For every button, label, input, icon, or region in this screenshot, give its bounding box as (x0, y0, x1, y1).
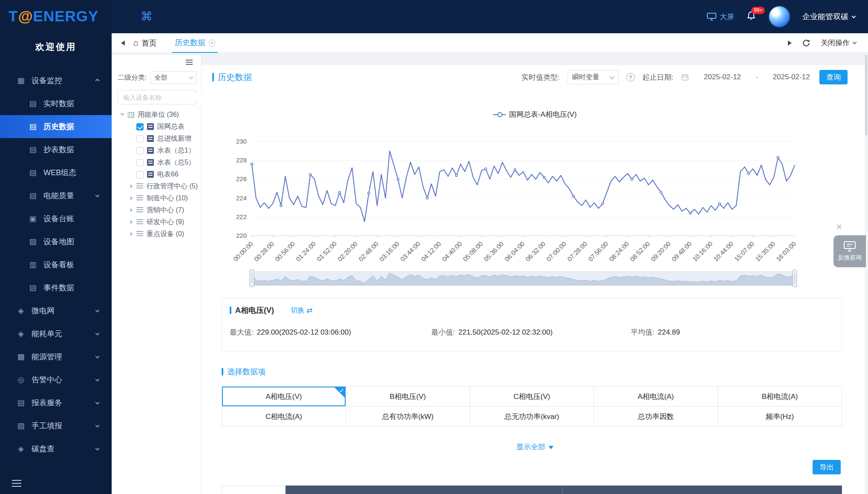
sidebar-item-label: 碳盘查 (32, 444, 55, 454)
data-item-button[interactable]: 总有功功率(kW) (346, 407, 470, 427)
svg-text:00:00:00: 00:00:00 (232, 240, 254, 263)
min-stat: 最小值:221.50(2025-02-12 02:32:00) (431, 327, 553, 337)
feedback-close-icon[interactable] (836, 221, 842, 233)
expand-arrow-icon[interactable] (130, 208, 133, 212)
avg-stat: 平均值:224.89 (631, 327, 680, 337)
checkbox[interactable] (136, 159, 144, 166)
org-menu[interactable]: 企业能管双碳 (802, 12, 855, 22)
home-tab[interactable]: 首页 (133, 38, 157, 48)
notifications-button[interactable]: 99+ (746, 11, 756, 23)
end-date[interactable]: 2025-02-12 (771, 73, 812, 81)
sidebar-item-web-scada[interactable]: ▤WEB组态 (0, 161, 112, 184)
sidebar-item-carbon-check[interactable]: ◈碳盘查 (0, 437, 112, 460)
datazoom-navigator[interactable] (250, 270, 797, 287)
sidebar-item-energy-mgmt[interactable]: ▩能源管理 (0, 345, 112, 368)
data-item-button[interactable]: C相电压(V) (470, 387, 594, 407)
data-item-button[interactable]: A相电流(A) (594, 387, 718, 407)
big-screen-button[interactable]: 大屏 (707, 12, 734, 22)
tree-item-meter[interactable]: 总进线新增 (112, 133, 201, 144)
sidebar-item-device-ledger[interactable]: ▣设备台账 (0, 207, 112, 230)
legend-label: 国网总表-A相电压(V) (509, 110, 577, 119)
sidebar-item-device-map[interactable]: ▨设备地图 (0, 230, 112, 253)
category-select[interactable]: 全部 (150, 71, 197, 84)
meter-icon (147, 135, 154, 142)
scrollbar-thumb[interactable] (865, 55, 868, 136)
tree-item-meter[interactable]: 国网总表 (112, 121, 201, 133)
tree-item-group[interactable]: 重点设备 (0) (112, 228, 201, 240)
tab-history-data[interactable]: 历史数据 (172, 33, 218, 53)
svg-text:04:12:00: 04:12:00 (420, 240, 442, 263)
tree-item-meter[interactable]: 水表（总5） (112, 156, 201, 168)
logo[interactable]: T@ENERGY (9, 8, 98, 25)
realtime-type-select[interactable]: 瞬时变量 (568, 70, 619, 84)
sidebar-item-device-board[interactable]: ▥设备看板 (0, 253, 112, 276)
sidebar-item-meter-reading-data[interactable]: ▤抄表数据 (0, 138, 112, 161)
expand-arrow-icon[interactable] (130, 184, 133, 188)
sidebar-collapse-icon[interactable] (12, 483, 21, 484)
show-all-button[interactable]: 显示全部 (202, 442, 868, 452)
doc-icon: ▤ (27, 145, 38, 154)
chevron-down-icon (95, 308, 100, 312)
export-button[interactable]: 导出 (813, 460, 841, 474)
expand-arrow-icon[interactable] (130, 196, 133, 200)
start-date[interactable]: 2025-02-12 (702, 73, 743, 81)
data-item-button[interactable]: A相电压(V) (222, 387, 346, 407)
data-item-button[interactable]: 总无功功率(kvar) (470, 407, 594, 427)
avatar[interactable] (768, 6, 790, 28)
tree-item-group[interactable]: 研发中心 (9) (112, 216, 201, 228)
sidebar-item-device-monitor[interactable]: ▦设备监控 (0, 69, 112, 92)
sidebar-item-manual-report[interactable]: ▧手工填报 (0, 414, 112, 437)
tree-item-group[interactable]: 制造中心 (10) (112, 192, 201, 204)
checkbox[interactable] (136, 147, 144, 154)
notification-badge: 99+ (751, 7, 765, 14)
sidebar-item-microgrid[interactable]: ◈微电网 (0, 299, 112, 322)
tabs-scroll-left-icon[interactable] (121, 40, 125, 46)
close-operations-menu[interactable]: 关闭操作 (821, 38, 856, 48)
checkbox[interactable] (136, 135, 144, 142)
data-item-button[interactable]: C相电流(A) (222, 407, 346, 427)
tabs-scroll-right-icon[interactable] (788, 40, 792, 46)
sidebar-item-report-service[interactable]: ▤报表服务 (0, 391, 112, 414)
data-item-button[interactable]: B相电压(V) (346, 387, 470, 407)
help-icon[interactable] (626, 73, 635, 81)
device-search-input[interactable] (122, 93, 209, 101)
collapse-arrow-icon[interactable] (120, 113, 124, 116)
tree-item-meter[interactable]: 水表（总1） (112, 144, 201, 156)
tree-menu-icon[interactable] (186, 62, 193, 63)
refresh-icon[interactable] (802, 39, 810, 47)
tree-root[interactable]: 用能单位 (36) (112, 109, 201, 121)
page-title: 历史数据 (218, 72, 252, 83)
sidebar-item-power-quality[interactable]: ▤电能质量 (0, 184, 112, 207)
data-item-button[interactable]: 总功率因数 (594, 407, 718, 427)
sidebar-item-history-data[interactable]: ▤历史数据 (0, 115, 112, 138)
feedback-tab[interactable]: 反馈咨询 (833, 235, 866, 267)
tab-bar: 首页 历史数据 关闭操作 (112, 33, 868, 53)
data-item-button[interactable]: B相电流(A) (718, 387, 842, 407)
selector-title: 选择数据项 (227, 367, 265, 377)
page-scrollbar[interactable] (865, 53, 868, 494)
apps-icon[interactable] (141, 9, 153, 23)
tree-item-group[interactable]: 营销中心 (7) (112, 204, 201, 216)
energy-unit-icon: ◈ (15, 329, 26, 338)
legend-item[interactable]: 国网总表-A相电压(V) (493, 110, 577, 119)
meter-icon (147, 171, 154, 178)
sidebar-item-label: 能源管理 (32, 352, 62, 362)
tab-label: 历史数据 (175, 38, 205, 48)
query-button[interactable]: 查询 (819, 70, 848, 84)
date-range-picker[interactable]: 2025-02-12 - 2025-02-12 (681, 73, 812, 81)
expand-arrow-icon[interactable] (130, 232, 133, 236)
sidebar-item-energy-unit[interactable]: ◈能耗单元 (0, 322, 112, 345)
close-tab-icon[interactable] (209, 39, 215, 46)
sidebar-item-alarm-center[interactable]: ◎告警中心 (0, 368, 112, 391)
svg-text:02:20:00: 02:20:00 (336, 240, 359, 263)
switch-link[interactable]: 切换 (291, 306, 312, 315)
device-tree: 用能单位 (36) 国网总表总进线新增水表（总1）水表（总5）电表66行政管理中… (112, 109, 201, 240)
tree-item-group[interactable]: 行政管理中心 (5) (112, 180, 201, 192)
data-item-button[interactable]: 频率(Hz) (718, 407, 842, 427)
sidebar-item-realtime-data[interactable]: ▤实时数据 (0, 92, 112, 115)
checkbox[interactable] (136, 171, 144, 178)
expand-arrow-icon[interactable] (130, 220, 133, 224)
tree-item-meter[interactable]: 电表66 (112, 168, 201, 180)
sidebar-item-event-data[interactable]: ▤事件数据 (0, 276, 112, 299)
checkbox[interactable] (136, 123, 144, 130)
